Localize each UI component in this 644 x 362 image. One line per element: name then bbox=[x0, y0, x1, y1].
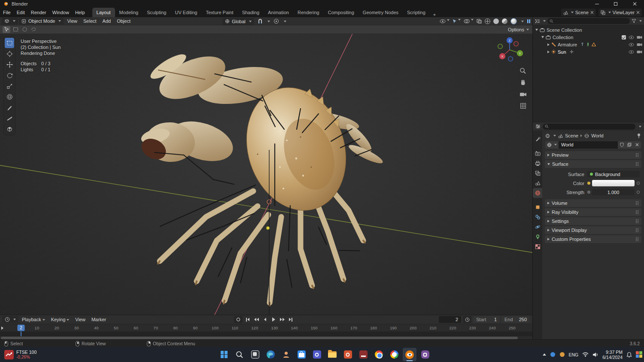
show-gizmo-button[interactable] bbox=[453, 19, 461, 24]
disclosure-icon[interactable] bbox=[547, 43, 550, 46]
render-pause-button[interactable] bbox=[527, 19, 531, 24]
access-button[interactable] bbox=[356, 348, 370, 361]
use-preview-range-button[interactable] bbox=[463, 316, 471, 323]
chevron-down-icon[interactable] bbox=[543, 20, 546, 22]
jump-to-end-button[interactable] bbox=[287, 316, 294, 323]
tray-clock[interactable]: 9:37 PM6/14/2024 bbox=[602, 350, 623, 360]
disclosure-icon[interactable] bbox=[541, 36, 544, 38]
menu-object[interactable]: Object bbox=[114, 18, 133, 24]
pan-hand-icon[interactable] bbox=[519, 78, 527, 87]
tool-annotate[interactable] bbox=[5, 102, 14, 113]
shading-rendered-active[interactable] bbox=[510, 18, 517, 24]
panel-custom-properties[interactable]: Custom Properties bbox=[545, 235, 641, 243]
tray-overflow-chevron[interactable] bbox=[543, 353, 546, 356]
snap-settings-chevron[interactable] bbox=[267, 21, 270, 22]
new-copy-button[interactable] bbox=[626, 141, 633, 149]
panel-preview[interactable]: Preview bbox=[545, 151, 641, 159]
properties-tab-texture[interactable] bbox=[533, 242, 542, 252]
strength-value-field[interactable]: 1.000 bbox=[592, 189, 635, 195]
panel-settings[interactable]: Settings bbox=[545, 217, 641, 225]
shading-wireframe-button[interactable] bbox=[485, 18, 490, 24]
start-button[interactable] bbox=[217, 348, 231, 361]
google-app-button[interactable] bbox=[387, 348, 401, 361]
select-mode-tweak[interactable] bbox=[3, 26, 10, 33]
outliner-editor-icon[interactable] bbox=[535, 19, 540, 24]
tool-scale[interactable] bbox=[5, 81, 14, 91]
filter-options-chevron[interactable] bbox=[639, 20, 642, 22]
properties-tab-scene[interactable] bbox=[533, 178, 542, 188]
workspace-tab-sculpting[interactable]: Sculpting bbox=[143, 8, 170, 17]
workspace-tab-shading[interactable]: Shading bbox=[238, 8, 264, 17]
ortho-grid-icon[interactable] bbox=[519, 101, 527, 110]
zoom-icon[interactable] bbox=[519, 67, 527, 75]
shading-solid-button[interactable] bbox=[493, 18, 499, 24]
timeline-editor-type-button[interactable] bbox=[2, 316, 18, 323]
tool-measure[interactable] bbox=[5, 113, 14, 123]
channel-expand-icon[interactable] bbox=[1, 326, 3, 330]
workspace-tab-texture-paint[interactable]: Texture Paint bbox=[201, 8, 237, 17]
gizmo-z-label[interactable]: Z bbox=[509, 39, 511, 43]
jump-to-start-button[interactable] bbox=[244, 316, 251, 323]
tool-select-box[interactable] bbox=[5, 38, 14, 48]
notification-bell-icon[interactable] bbox=[626, 352, 632, 358]
disclosure-icon[interactable] bbox=[535, 29, 538, 31]
chevron-down-icon[interactable] bbox=[553, 135, 556, 137]
disclosure-icon[interactable] bbox=[547, 51, 550, 53]
menu-view[interactable]: View bbox=[64, 18, 80, 24]
properties-tab-world[interactable] bbox=[533, 188, 542, 198]
menu-window[interactable]: Window bbox=[49, 8, 72, 17]
menu-select[interactable]: Select bbox=[81, 18, 99, 24]
properties-tab-object-data[interactable] bbox=[533, 232, 542, 242]
play-button[interactable] bbox=[270, 316, 277, 323]
fake-user-shield-button[interactable] bbox=[618, 141, 626, 149]
select-mode-box[interactable] bbox=[12, 26, 19, 33]
snap-toggle-button[interactable] bbox=[258, 18, 263, 24]
next-keyframe-button[interactable] bbox=[279, 316, 286, 323]
tray-color-app-icon[interactable] bbox=[636, 351, 642, 358]
filter-funnel-icon[interactable] bbox=[632, 19, 636, 23]
current-frame-field[interactable]: 2 bbox=[439, 316, 461, 323]
menu-render[interactable]: Render bbox=[28, 8, 49, 17]
camera-render-icon[interactable] bbox=[637, 43, 642, 46]
workspace-tab-geometry-nodes[interactable]: Geometry Nodes bbox=[358, 8, 403, 17]
file-explorer-button[interactable] bbox=[325, 348, 339, 361]
outliner-search-input[interactable] bbox=[547, 18, 630, 24]
workspace-tab-uv-editing[interactable]: UV Editing bbox=[170, 8, 201, 17]
shading-material-button[interactable] bbox=[502, 18, 507, 24]
tool-move[interactable] bbox=[5, 59, 14, 70]
menu-timeline-view[interactable]: View bbox=[73, 317, 88, 322]
teams-button[interactable] bbox=[310, 348, 324, 361]
viewlayer-picker[interactable]: ViewLayer bbox=[598, 9, 642, 16]
properties-tab-view-layer[interactable] bbox=[533, 168, 542, 178]
people-app-button[interactable] bbox=[279, 348, 293, 361]
play-reverse-button[interactable] bbox=[261, 316, 268, 323]
unlink-button[interactable] bbox=[633, 141, 641, 149]
close-button[interactable] bbox=[625, 0, 644, 8]
viber-button[interactable] bbox=[418, 348, 432, 361]
properties-filter-chevron[interactable] bbox=[639, 126, 641, 128]
eye-icon[interactable] bbox=[629, 50, 634, 54]
pin-icon[interactable] bbox=[637, 133, 641, 138]
options-button[interactable]: Options bbox=[508, 25, 529, 34]
menu-file[interactable]: File bbox=[0, 8, 14, 17]
world-context-icon[interactable] bbox=[545, 134, 550, 138]
animate-color-dot[interactable] bbox=[637, 182, 640, 185]
properties-tab-output[interactable] bbox=[533, 158, 542, 168]
panel-ray-visibility[interactable]: Ray Visibility bbox=[545, 208, 641, 216]
menu-help[interactable]: Help bbox=[72, 8, 88, 17]
workspace-tab-scripting[interactable]: Scripting bbox=[403, 8, 430, 17]
properties-search-input[interactable] bbox=[543, 124, 635, 130]
tray-language[interactable]: ENG bbox=[569, 352, 579, 357]
browse-world-button[interactable] bbox=[545, 141, 559, 149]
camera-view-icon[interactable] bbox=[519, 90, 527, 98]
properties-tab-constraints[interactable] bbox=[533, 212, 542, 222]
navigation-gizmo[interactable]: Z Y X bbox=[493, 33, 526, 67]
scene-picker[interactable]: Scene bbox=[561, 9, 596, 16]
end-frame-field[interactable]: End250 bbox=[501, 316, 530, 323]
gizmo-minus-y[interactable] bbox=[498, 44, 503, 49]
gizmo-minus-z[interactable] bbox=[508, 57, 513, 61]
eye-icon[interactable] bbox=[629, 43, 634, 46]
menu-marker[interactable]: Marker bbox=[89, 317, 109, 322]
tool-cursor[interactable] bbox=[5, 49, 14, 59]
properties-tab-object[interactable] bbox=[533, 202, 542, 212]
